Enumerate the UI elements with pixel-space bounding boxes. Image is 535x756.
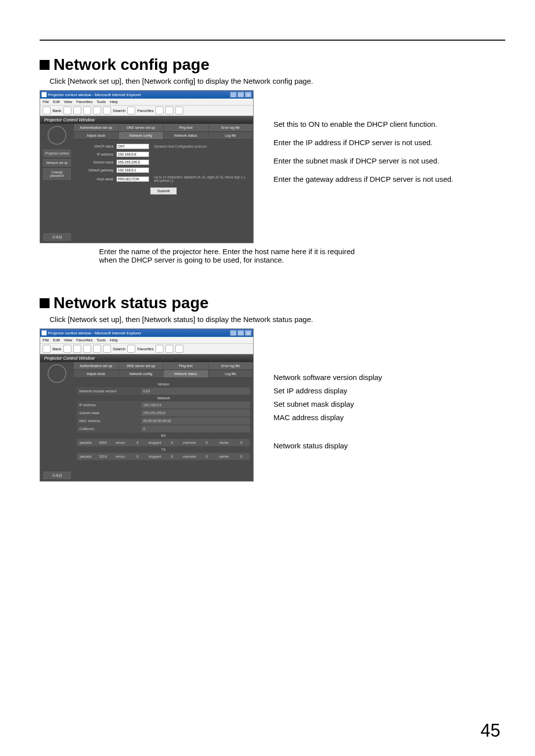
menu-edit[interactable]: Edit <box>53 338 60 342</box>
sidebar-japanese[interactable]: 日本語 <box>43 233 71 241</box>
tab-dns[interactable]: DNS server set up <box>119 124 164 132</box>
stop-icon[interactable] <box>73 107 81 114</box>
sidebar-projector-control[interactable]: Projector control <box>43 150 71 157</box>
menu-file[interactable]: File <box>43 100 49 104</box>
back-label[interactable]: Back <box>53 347 61 351</box>
sidebar: Projector control Network set up Change … <box>40 124 74 243</box>
menu-edit[interactable]: Edit <box>53 100 60 104</box>
forward-icon[interactable] <box>63 345 71 353</box>
media-icon[interactable] <box>156 107 163 114</box>
host-input[interactable]: PROJECTOR <box>116 176 149 182</box>
history-icon[interactable] <box>165 345 173 353</box>
menu-favorites[interactable]: Favorites <box>76 338 93 342</box>
callout-mac: MAC address display <box>273 413 505 422</box>
rx-dropped-v: 0 <box>164 439 181 446</box>
screenshot-config: Projector control window - Microsoft Int… <box>40 90 254 243</box>
menu-tools[interactable]: Tools <box>97 100 106 104</box>
ie-titlebar: Projector control window - Microsoft Int… <box>40 91 253 99</box>
tab-clock[interactable]: Adjust clock <box>74 132 119 140</box>
tab-networkconfig[interactable]: Network config <box>119 370 164 378</box>
menu-view[interactable]: View <box>64 338 72 342</box>
tab-networkstatus[interactable]: Network status <box>163 132 209 140</box>
refresh-icon[interactable] <box>83 107 91 114</box>
callout-ip: Set IP address display <box>273 386 505 395</box>
favorites-icon[interactable] <box>127 345 135 353</box>
tab-networkconfig[interactable]: Network config <box>119 132 164 140</box>
square-bullet-icon <box>40 60 50 70</box>
maximize-icon[interactable]: □ <box>237 330 244 336</box>
tab-auth[interactable]: Authentication set up <box>74 362 119 370</box>
ip-input[interactable]: 192.168.0.8 <box>116 152 149 157</box>
rx-hdr: RX <box>77 434 250 437</box>
row-mac: MAC address00:00:00:00:00:00 <box>77 417 250 425</box>
search-icon[interactable] <box>103 107 111 114</box>
submit-button[interactable]: Submit <box>150 187 177 195</box>
tx-carrier-l: carrier <box>215 453 233 460</box>
menu-favorites[interactable]: Favorites <box>76 100 93 104</box>
sidebar: 日本語 <box>40 362 74 481</box>
search-label[interactable]: Search <box>113 108 125 113</box>
sidebar-change-password[interactable]: Change password <box>43 168 71 179</box>
tab-errorlog[interactable]: Error log file <box>209 124 254 132</box>
favorites-label[interactable]: Favorites <box>137 347 154 351</box>
menu-tools[interactable]: Tools <box>97 338 106 342</box>
mac-label: MAC address <box>77 418 141 424</box>
back-icon[interactable] <box>43 107 51 114</box>
favorites-icon[interactable] <box>127 107 135 114</box>
favorites-label[interactable]: Favorites <box>137 108 154 113</box>
tab-ping[interactable]: Ping test <box>163 362 209 370</box>
mask-label: Subnet mask <box>77 410 141 416</box>
tab-clock[interactable]: Adjust clock <box>74 370 119 378</box>
refresh-icon[interactable] <box>83 345 91 353</box>
menu-file[interactable]: File <box>43 338 49 342</box>
mail-icon[interactable] <box>175 107 183 114</box>
menu-view[interactable]: View <box>64 100 72 104</box>
tx-overruns-l: overruns <box>181 453 198 460</box>
tab-errorlog[interactable]: Error log file <box>209 362 254 370</box>
row-rx: packets5853 errors0 dropped0 overruns0 f… <box>77 439 250 446</box>
back-icon[interactable] <box>43 345 51 353</box>
rx-packets-v: 5853 <box>95 439 112 446</box>
version-hdr: Version <box>77 382 250 386</box>
dhcp-select[interactable]: OFF <box>116 144 149 149</box>
tab-auth[interactable]: Authentication set up <box>74 124 119 132</box>
menu-help[interactable]: Help <box>109 338 117 342</box>
ip-label: IP address <box>79 153 116 156</box>
tab-dns[interactable]: DNS server set up <box>119 362 164 370</box>
close-icon[interactable]: × <box>245 92 252 98</box>
mask-input[interactable]: 255.255.255.0 <box>116 160 149 165</box>
callout-version: Network software version display <box>273 373 505 381</box>
mask-value: 255.255.255.0 <box>141 410 250 416</box>
back-label[interactable]: Back <box>53 108 61 113</box>
gw-input[interactable]: 192.168.0.1 <box>116 167 149 173</box>
search-icon[interactable] <box>103 345 111 353</box>
rx-overruns-v: 0 <box>198 439 215 446</box>
tab-logfile[interactable]: Log file <box>209 132 254 140</box>
minimize-icon[interactable]: _ <box>230 92 237 98</box>
callout-net: Network status display <box>273 441 505 450</box>
section2-title-text: Network status page <box>54 294 209 312</box>
mail-icon[interactable] <box>175 345 183 353</box>
media-icon[interactable] <box>156 345 163 353</box>
rx-errors-l: errors <box>112 439 129 446</box>
close-icon[interactable]: × <box>245 330 252 336</box>
stop-icon[interactable] <box>73 345 81 353</box>
minimize-icon[interactable]: _ <box>230 330 237 336</box>
tab-networkstatus[interactable]: Network status <box>163 370 209 378</box>
forward-icon[interactable] <box>63 107 71 114</box>
history-icon[interactable] <box>165 107 173 114</box>
sidebar-network-setup[interactable]: Network set up <box>43 159 71 166</box>
home-icon[interactable] <box>93 345 101 353</box>
maximize-icon[interactable]: □ <box>237 92 244 98</box>
row-version: Network module version0.03 <box>77 387 250 395</box>
square-bullet-icon <box>40 298 50 308</box>
sidebar-japanese[interactable]: 日本語 <box>43 472 71 479</box>
tab-logfile[interactable]: Log file <box>209 370 254 378</box>
menu-help[interactable]: Help <box>109 100 117 104</box>
tab-ping[interactable]: Ping test <box>163 124 209 132</box>
search-label[interactable]: Search <box>113 347 125 351</box>
home-icon[interactable] <box>93 107 101 114</box>
coll-value: 0 <box>141 426 250 432</box>
screenshot-status: Projector control window - Microsoft Int… <box>40 328 254 482</box>
menubar: File Edit View Favorites Tools Help <box>40 99 253 105</box>
